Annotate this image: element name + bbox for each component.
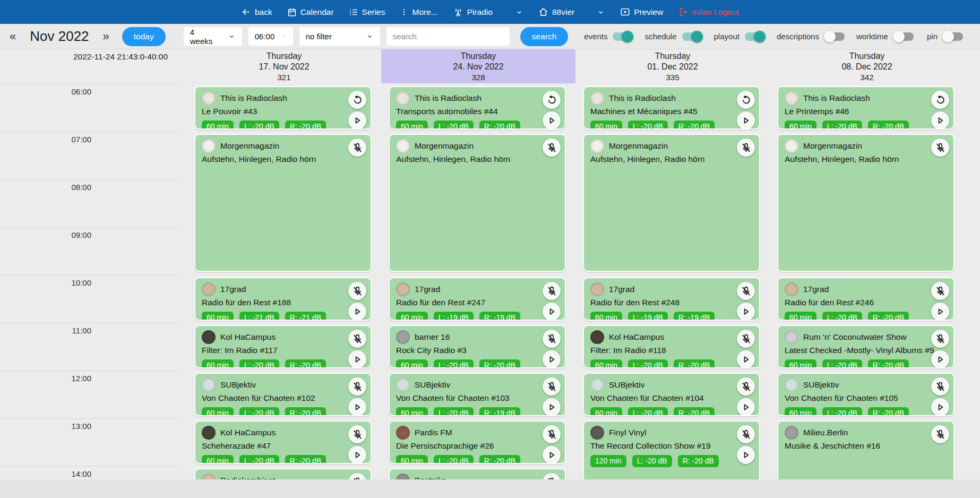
play-button[interactable] (543, 398, 561, 416)
mic-off-button[interactable] (931, 330, 949, 348)
nav-more[interactable]: More... (400, 7, 437, 17)
back-button[interactable]: back (241, 7, 272, 17)
prev-month-button[interactable]: « (7, 31, 18, 42)
play-button[interactable] (931, 303, 949, 321)
mic-off-button[interactable] (737, 425, 755, 443)
day-column-header[interactable]: Thursday 01. Dec 2022 335 (575, 49, 770, 83)
mic-off-button[interactable] (737, 377, 755, 396)
play-button[interactable] (931, 350, 949, 368)
event-card[interactable]: SUBjektiv Von Chaoten für Chaoten #105 6… (777, 373, 955, 416)
pin-toggle[interactable] (943, 32, 963, 41)
mic-off-button[interactable] (543, 425, 561, 443)
search-input[interactable] (386, 27, 510, 46)
schedule-toggle[interactable] (682, 32, 702, 41)
events-toggle[interactable] (613, 32, 633, 41)
event-card[interactable]: 17grad Radio für den Rest #246 60 minL: … (777, 277, 955, 321)
today-button[interactable]: today (122, 27, 166, 46)
mic-off-button[interactable] (931, 139, 949, 157)
play-button[interactable] (543, 303, 561, 321)
event-card[interactable]: This is Radioclash Le Pouvoir #43 60 min… (194, 86, 372, 130)
event-card[interactable]: This is Radioclash Le Printemps #46 60 m… (777, 86, 955, 130)
nav-studio[interactable]: 88vier (538, 7, 574, 17)
day-column-header[interactable]: Thursday 08. Dec 2022 342 (770, 49, 964, 83)
descriptions-toggle[interactable] (824, 32, 845, 41)
event-card[interactable]: Kol HaCampus Scheherazade #47 60 minL: -… (194, 420, 372, 464)
mic-off-button[interactable] (737, 330, 755, 348)
play-button[interactable] (737, 446, 755, 464)
play-button[interactable] (737, 350, 755, 368)
play-button[interactable] (348, 350, 366, 368)
event-card[interactable]: 17grad Radio für den Rest #248 60 minL: … (583, 277, 760, 321)
replay-button[interactable] (348, 91, 366, 109)
hour-label: 10:00 (71, 278, 91, 287)
next-month-button[interactable]: » (101, 31, 111, 42)
play-button[interactable] (931, 398, 949, 416)
episode-title: Radio für den Rest #246 (785, 298, 947, 307)
event-card[interactable]: 17grad Radio für den Rest #188 60 minL: … (194, 277, 372, 321)
event-card[interactable]: Radiokombinat (194, 468, 372, 479)
mic-off-button[interactable] (348, 377, 366, 396)
event-card[interactable]: Beatniks (389, 468, 566, 479)
event-card[interactable]: This is Radioclash Machines et Mécanique… (583, 86, 760, 130)
mic-off-button[interactable] (931, 282, 949, 300)
nav-calendar[interactable]: Calendar (287, 7, 334, 17)
logout-button[interactable]: milan Logout (678, 7, 739, 17)
play-button[interactable] (737, 303, 755, 321)
event-card[interactable]: Kol HaCampus Filter: Im Radio #117 60 mi… (194, 325, 372, 368)
mic-off-button[interactable] (348, 425, 366, 443)
play-button[interactable] (737, 111, 755, 130)
event-card[interactable]: SUBjektiv Von Chaoten für Chaoten #103 6… (389, 373, 566, 416)
nav-station[interactable]: Piradio (453, 7, 493, 18)
replay-button[interactable] (931, 91, 949, 109)
event-card[interactable]: barner 16 Rock City Radio #3 60 minL: -2… (389, 325, 566, 368)
weeks-select[interactable]: 4 weeks (184, 27, 242, 46)
event-card[interactable]: This is Radioclash Transports automobile… (389, 86, 566, 130)
event-card[interactable]: Pardis FM Die Persischsprachige #26 60 m… (389, 420, 566, 464)
search-button[interactable]: search (520, 27, 569, 46)
day-column-header[interactable]: Thursday 24. Nov 2022 328 (381, 49, 575, 83)
mic-off-button[interactable] (931, 377, 949, 396)
play-button[interactable] (348, 446, 366, 464)
mic-off-button[interactable] (348, 282, 366, 300)
worktime-toggle[interactable] (893, 32, 914, 41)
mic-off-button[interactable] (543, 282, 561, 300)
mic-off-button[interactable] (348, 139, 366, 157)
replay-button[interactable] (737, 91, 755, 109)
play-button[interactable] (348, 111, 366, 130)
event-card[interactable]: Morgenmagazin Aufstehn, Hinlegen, Radio … (194, 134, 372, 272)
event-card[interactable]: SUBjektiv Von Chaoten für Chaoten #104 6… (583, 373, 760, 416)
day-column-header[interactable]: Thursday 17. Nov 2022 321 (187, 49, 381, 83)
mic-off-button[interactable] (348, 330, 366, 348)
mic-off-button[interactable] (737, 282, 755, 300)
nav-series[interactable]: Series (349, 7, 385, 17)
mic-off-button[interactable] (931, 425, 949, 443)
play-button[interactable] (348, 303, 366, 321)
event-card[interactable]: Milieu.Berlin Musike & Jeschichten #16 (777, 420, 955, 479)
play-button[interactable] (543, 446, 561, 464)
event-card[interactable]: SUBjektiv Von Chaoten für Chaoten #102 6… (194, 373, 372, 416)
nav-preview[interactable]: Preview (620, 7, 663, 17)
start-time-select[interactable]: 06:00 (248, 27, 293, 46)
event-card[interactable]: 17grad Radio für den Rest #247 60 minL: … (389, 277, 566, 321)
play-button[interactable] (543, 111, 561, 130)
event-card[interactable]: Morgenmagazin Aufstehn, Hinlegen, Radio … (777, 134, 955, 272)
play-button[interactable] (931, 111, 949, 130)
play-button[interactable] (737, 398, 755, 416)
episode-title: Machines et Mécaniques #45 (590, 107, 753, 116)
event-card[interactable]: Rum 'n' Coconutwater Show Latest Checked… (777, 325, 955, 368)
studio-dropdown-toggle[interactable] (597, 8, 605, 16)
filter-select[interactable]: no filter (299, 27, 380, 46)
replay-button[interactable] (543, 91, 561, 109)
play-button[interactable] (348, 398, 366, 416)
playout-toggle[interactable] (745, 32, 765, 41)
event-card[interactable]: Finyl Vinyl The Record Collection Show #… (583, 420, 760, 479)
station-dropdown-toggle[interactable] (515, 8, 523, 16)
event-card[interactable]: Morgenmagazin Aufstehn, Hinlegen, Radio … (389, 134, 566, 272)
mic-off-button[interactable] (543, 330, 561, 348)
mic-off-button[interactable] (543, 139, 561, 157)
play-button[interactable] (543, 350, 561, 368)
mic-off-button[interactable] (543, 377, 561, 396)
mic-off-button[interactable] (737, 139, 755, 157)
event-card[interactable]: Morgenmagazin Aufstehn, Hinlegen, Radio … (583, 134, 760, 272)
event-card[interactable]: Kol HaCampus Filter: Im Radio #118 60 mi… (583, 325, 760, 368)
